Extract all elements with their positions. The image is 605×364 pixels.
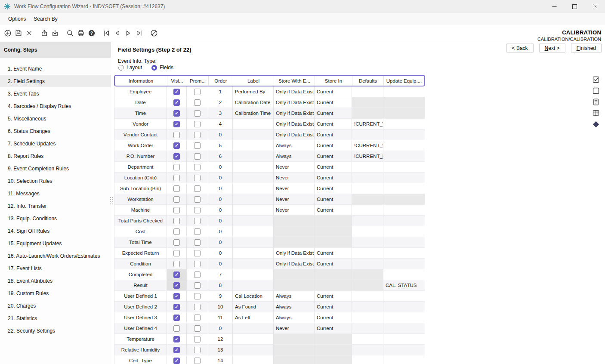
info-cell[interactable]: User Defined 2 [114,302,167,312]
update-equip-cell[interactable] [383,86,425,97]
checkbox-checked-icon[interactable]: ✓ [173,110,180,117]
info-cell[interactable]: Cost [114,226,167,237]
store-with-cell[interactable]: Never [274,194,315,204]
checkbox-checked-icon[interactable]: ✓ [173,347,180,353]
order-cell[interactable]: 7 [208,269,233,280]
checkbox-unchecked-icon[interactable] [194,228,201,235]
info-cell[interactable]: User Defined 1 [114,291,167,301]
defaults-cell[interactable] [352,173,383,183]
store-with-cell[interactable]: Only if Data Exist [274,97,315,108]
checkbox-unchecked-icon[interactable] [173,239,180,246]
back-button[interactable]: < Back [506,43,534,53]
order-cell[interactable]: 5 [208,140,233,151]
checkbox-unchecked-icon[interactable] [173,207,180,213]
update-equip-cell[interactable] [383,334,425,344]
store-with-cell[interactable]: Always [274,302,315,312]
store-in-cell[interactable]: Current [315,302,352,312]
prompt-cell[interactable] [187,259,208,269]
checkbox-unchecked-icon[interactable] [194,325,201,332]
store-with-cell[interactable] [274,237,315,247]
checkbox-unchecked-icon[interactable] [173,196,180,203]
sidebar-item[interactable]: 5. Miscellaneous [0,112,111,125]
info-cell[interactable]: Date [114,97,167,108]
checkbox-unchecked-icon[interactable] [173,185,180,192]
store-in-cell[interactable]: Current [315,162,352,172]
radio-selected-icon[interactable] [151,65,157,71]
column-header[interactable]: Label [233,76,274,86]
prompt-cell[interactable] [187,291,208,301]
prompt-cell[interactable] [187,216,208,226]
prompt-cell[interactable] [187,173,208,183]
checkbox-checked-icon[interactable]: ✓ [173,358,180,364]
store-with-cell[interactable]: Only if Data Exist [274,130,315,140]
info-cell[interactable]: Location (Crib) [114,173,167,183]
visible-cell[interactable] [167,130,187,140]
update-equip-cell[interactable] [383,259,425,269]
checkbox-checked-icon[interactable]: ✓ [173,89,180,95]
sidebar-item[interactable]: 3. Event Tabs [0,87,111,100]
prompt-cell[interactable] [187,151,208,161]
store-in-cell[interactable] [315,334,352,344]
save-icon[interactable] [14,29,22,37]
info-cell[interactable]: Work Order [114,140,167,151]
column-header[interactable]: Store In [315,76,352,86]
order-cell[interactable]: 6 [208,151,233,161]
update-equip-cell[interactable] [383,345,425,355]
column-header[interactable]: Store With E... [274,76,315,86]
sidebar-item[interactable]: 16. Auto-Launch/Work Orders/Estimates [0,250,111,262]
label-cell[interactable] [233,205,274,215]
menu-search-by[interactable]: Search By [30,16,61,22]
defaults-cell[interactable] [352,130,383,140]
label-cell[interactable]: Cal Location [233,291,274,301]
store-in-cell[interactable]: Current [315,151,352,161]
defaults-cell[interactable] [352,269,383,280]
checkbox-unchecked-icon[interactable] [194,261,201,267]
checkbox-unchecked-icon[interactable] [194,315,201,321]
store-with-cell[interactable] [274,334,315,344]
order-cell[interactable]: 0 [208,323,233,333]
order-cell[interactable]: 0 [208,237,233,247]
label-cell[interactable]: As Found [233,302,274,312]
info-cell[interactable]: Expected Return [114,248,167,258]
store-in-cell[interactable]: Current [315,291,352,301]
store-with-cell[interactable]: Never [274,173,315,183]
next-button[interactable]: Next > [539,43,565,53]
update-equip-cell[interactable] [383,140,425,151]
visible-cell[interactable] [167,162,187,172]
prompt-cell[interactable] [187,302,208,312]
nav-last-icon[interactable] [135,29,143,37]
update-equip-cell[interactable] [383,205,425,215]
order-cell[interactable]: 0 [208,226,233,237]
store-in-cell[interactable] [315,280,352,290]
store-in-cell[interactable] [315,216,352,226]
export-icon[interactable] [40,29,48,37]
sidebar-item[interactable]: 12. Info. Transfer [0,200,111,212]
prompt-cell[interactable] [187,108,208,118]
update-equip-cell[interactable] [383,130,425,140]
prompt-cell[interactable] [187,226,208,237]
store-with-cell[interactable]: Never [274,183,315,194]
info-cell[interactable]: Employee [114,86,167,97]
nav-prev-icon[interactable] [113,29,121,37]
defaults-cell[interactable] [352,323,383,333]
sidebar-item[interactable]: 19. Custom Rules [0,287,111,299]
defaults-cell[interactable] [352,194,383,204]
sidebar-item[interactable]: 8. Report Rules [0,150,111,162]
update-equip-cell[interactable] [383,162,425,172]
info-cell[interactable]: Result [114,280,167,290]
prompt-cell[interactable] [187,205,208,215]
store-with-cell[interactable] [274,280,315,290]
prompt-cell[interactable] [187,280,208,290]
store-in-cell[interactable]: Current [315,312,352,323]
update-equip-cell[interactable] [383,302,425,312]
info-cell[interactable]: Sub-Location (Bin) [114,183,167,194]
defaults-cell[interactable] [352,302,383,312]
checkbox-unchecked-icon[interactable] [194,132,201,138]
radio-fields[interactable]: Fields [151,65,173,71]
prompt-cell[interactable] [187,334,208,344]
defaults-cell[interactable] [352,97,383,108]
info-cell[interactable]: Department [114,162,167,172]
label-cell[interactable] [233,323,274,333]
sidebar-item[interactable]: 18. Event Attributes [0,275,111,287]
checkbox-unchecked-icon[interactable] [194,239,201,246]
